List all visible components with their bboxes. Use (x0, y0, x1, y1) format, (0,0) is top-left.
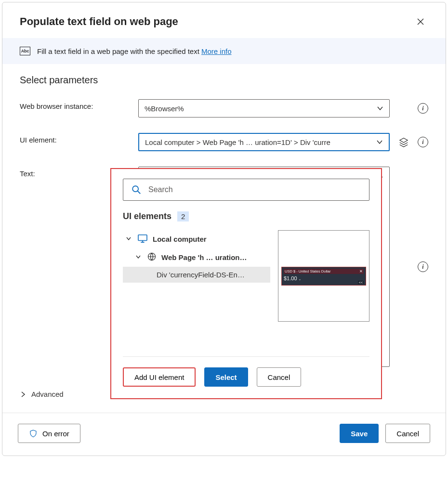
ui-element-label: UI element: (20, 133, 138, 144)
popup-actions: Add UI element Select Cancel (123, 356, 369, 387)
search-icon (131, 184, 142, 195)
browser-value: %Browser% (145, 104, 373, 113)
advanced-label: Advanced (31, 390, 64, 398)
info-icon[interactable] (418, 137, 428, 147)
text-field-icon: Abc (20, 47, 30, 55)
tree-page-label: Web Page 'h … uration… (161, 253, 247, 261)
cancel-button[interactable]: Cancel (385, 424, 430, 443)
search-input[interactable] (148, 185, 361, 194)
tree-leaf-label: Div 'currencyField-DS-En… (157, 271, 245, 279)
ui-elements-count: 2 (177, 211, 189, 221)
more-info-link[interactable]: More info (201, 47, 232, 55)
select-button[interactable]: Select (204, 367, 248, 387)
search-box[interactable] (123, 179, 369, 201)
close-button[interactable] (413, 14, 428, 29)
save-button[interactable]: Save (340, 424, 379, 443)
popup-cancel-button[interactable]: Cancel (257, 367, 302, 387)
ui-elements-title: UI elements (123, 211, 171, 221)
ui-element-popup: UI elements 2 Local computer Web Page 'h… (110, 168, 382, 399)
ui-element-value: Local computer > Web Page 'h … uration=1… (145, 138, 372, 146)
dialog-title: Populate text field on web page (20, 15, 178, 28)
chevron-down-icon (376, 139, 383, 145)
chevron-down-icon[interactable] (135, 253, 142, 261)
add-ui-element-button[interactable]: Add UI element (123, 367, 196, 387)
tree-root-label: Local computer (153, 235, 207, 243)
info-bar: Abc Fill a text field in a web page with… (2, 38, 446, 64)
browser-label: Web browser instance: (20, 99, 138, 110)
chevron-down-icon[interactable] (126, 235, 132, 243)
tree-page[interactable]: Web Page 'h … uration… (123, 248, 270, 267)
globe-icon (147, 252, 157, 263)
info-icon[interactable] (418, 103, 428, 114)
close-icon (417, 18, 424, 26)
chevron-down-icon (377, 105, 383, 112)
dialog-footer: On error Save Cancel (2, 413, 446, 456)
layers-icon[interactable] (398, 137, 409, 147)
ui-element-tree: Local computer Web Page 'h … uration… Di… (123, 230, 270, 322)
ui-element-select[interactable]: Local computer > Web Page 'h … uration=1… (138, 133, 390, 151)
shield-icon (29, 429, 38, 438)
browser-row: Web browser instance: %Browser% (20, 99, 428, 117)
tree-root[interactable]: Local computer (123, 230, 270, 248)
info-text: Fill a text field in a web page with the… (37, 47, 232, 55)
dialog-header: Populate text field on web page (2, 2, 446, 38)
svg-point-0 (132, 186, 138, 192)
preview-content: USD $ - United States Dollar✕ $1.00 ⌄ << (281, 267, 366, 286)
svg-rect-1 (138, 235, 147, 241)
parameters-heading: Select parameters (20, 75, 428, 86)
ui-element-row: UI element: Local computer > Web Page 'h… (20, 133, 428, 151)
on-error-button[interactable]: On error (18, 424, 80, 443)
browser-select[interactable]: %Browser% (138, 99, 390, 117)
info-icon[interactable] (418, 261, 428, 272)
info-description: Fill a text field in a web page with the… (37, 47, 201, 55)
element-preview: USD $ - United States Dollar✕ $1.00 ⌄ << (278, 230, 369, 322)
on-error-label: On error (42, 430, 69, 438)
monitor-icon (137, 234, 148, 244)
ui-elements-header: UI elements 2 (123, 211, 369, 221)
dialog: Populate text field on web page Abc Fill… (2, 2, 446, 456)
chevron-right-icon (20, 391, 26, 398)
tree-leaf[interactable]: Div 'currencyField-DS-En… (123, 267, 270, 283)
